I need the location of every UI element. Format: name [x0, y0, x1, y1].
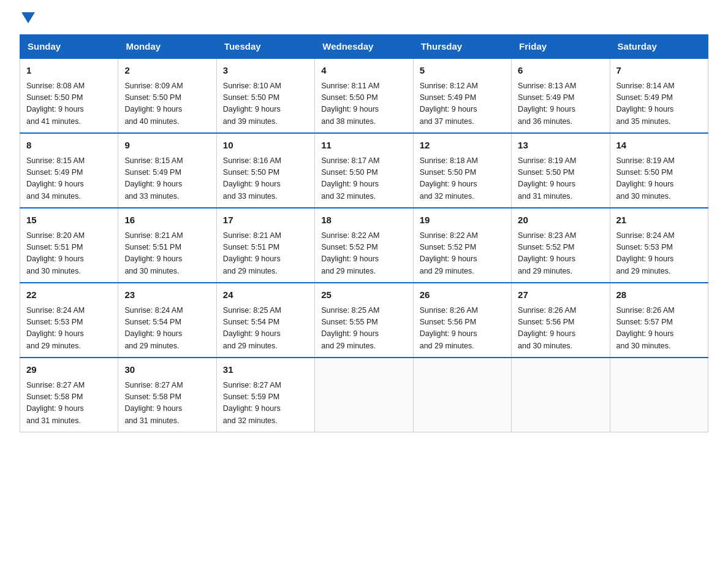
calendar-cell: 20Sunrise: 8:23 AMSunset: 5:52 PMDayligh…: [512, 208, 610, 283]
day-info: Sunrise: 8:20 AMSunset: 5:51 PMDaylight:…: [26, 230, 112, 278]
day-info: Sunrise: 8:23 AMSunset: 5:52 PMDaylight:…: [518, 230, 603, 278]
day-info: Sunrise: 8:26 AMSunset: 5:56 PMDaylight:…: [518, 305, 603, 353]
day-number: 9: [124, 139, 210, 153]
calendar-cell: 1Sunrise: 8:08 AMSunset: 5:50 PMDaylight…: [20, 58, 118, 133]
calendar-cell: 17Sunrise: 8:21 AMSunset: 5:51 PMDayligh…: [216, 208, 314, 283]
calendar-week-row: 1Sunrise: 8:08 AMSunset: 5:50 PMDaylight…: [20, 58, 708, 133]
calendar-cell: 23Sunrise: 8:24 AMSunset: 5:54 PMDayligh…: [118, 283, 216, 358]
calendar-cell: 9Sunrise: 8:15 AMSunset: 5:49 PMDaylight…: [118, 133, 216, 208]
calendar-cell: 14Sunrise: 8:19 AMSunset: 5:50 PMDayligh…: [610, 133, 708, 208]
day-number: 14: [616, 139, 702, 153]
calendar-week-row: 15Sunrise: 8:20 AMSunset: 5:51 PMDayligh…: [20, 208, 708, 283]
day-info: Sunrise: 8:19 AMSunset: 5:50 PMDaylight:…: [616, 155, 702, 203]
calendar-cell: [413, 358, 511, 432]
day-info: Sunrise: 8:24 AMSunset: 5:54 PMDaylight:…: [124, 305, 210, 353]
day-number: 27: [518, 288, 603, 302]
weekday-header: Thursday: [413, 35, 511, 59]
day-number: 26: [420, 288, 505, 302]
weekday-header: Tuesday: [216, 35, 314, 59]
day-number: 29: [26, 363, 112, 377]
calendar-cell: [315, 358, 413, 432]
calendar-cell: [512, 358, 610, 432]
logo: [20, 15, 35, 22]
calendar-week-row: 8Sunrise: 8:15 AMSunset: 5:49 PMDaylight…: [20, 133, 708, 208]
day-number: 12: [420, 139, 505, 153]
calendar-cell: 4Sunrise: 8:11 AMSunset: 5:50 PMDaylight…: [315, 58, 413, 133]
day-info: Sunrise: 8:22 AMSunset: 5:52 PMDaylight:…: [321, 230, 406, 278]
day-info: Sunrise: 8:19 AMSunset: 5:50 PMDaylight:…: [518, 155, 603, 203]
day-info: Sunrise: 8:27 AMSunset: 5:59 PMDaylight:…: [223, 380, 308, 427]
weekday-header: Saturday: [610, 35, 708, 59]
day-number: 7: [616, 64, 702, 78]
day-number: 1: [26, 64, 112, 78]
day-info: Sunrise: 8:26 AMSunset: 5:56 PMDaylight:…: [420, 305, 505, 353]
day-info: Sunrise: 8:11 AMSunset: 5:50 PMDaylight:…: [321, 80, 406, 128]
day-info: Sunrise: 8:25 AMSunset: 5:55 PMDaylight:…: [321, 305, 406, 353]
day-info: Sunrise: 8:13 AMSunset: 5:49 PMDaylight:…: [518, 80, 603, 128]
day-info: Sunrise: 8:24 AMSunset: 5:53 PMDaylight:…: [616, 230, 702, 278]
day-info: Sunrise: 8:26 AMSunset: 5:57 PMDaylight:…: [616, 305, 702, 353]
calendar-cell: 13Sunrise: 8:19 AMSunset: 5:50 PMDayligh…: [512, 133, 610, 208]
weekday-header: Wednesday: [315, 35, 413, 59]
day-number: 23: [124, 288, 210, 302]
calendar-cell: 27Sunrise: 8:26 AMSunset: 5:56 PMDayligh…: [512, 283, 610, 358]
calendar-cell: 19Sunrise: 8:22 AMSunset: 5:52 PMDayligh…: [413, 208, 511, 283]
calendar-week-row: 22Sunrise: 8:24 AMSunset: 5:53 PMDayligh…: [20, 283, 708, 358]
calendar-week-row: 29Sunrise: 8:27 AMSunset: 5:58 PMDayligh…: [20, 358, 708, 432]
day-info: Sunrise: 8:15 AMSunset: 5:49 PMDaylight:…: [124, 155, 210, 203]
day-number: 4: [321, 64, 406, 78]
weekday-header: Friday: [512, 35, 610, 59]
day-number: 22: [26, 288, 112, 302]
day-number: 28: [616, 288, 702, 302]
day-number: 31: [223, 363, 308, 377]
calendar-cell: 2Sunrise: 8:09 AMSunset: 5:50 PMDaylight…: [118, 58, 216, 133]
calendar-cell: 16Sunrise: 8:21 AMSunset: 5:51 PMDayligh…: [118, 208, 216, 283]
calendar-cell: 11Sunrise: 8:17 AMSunset: 5:50 PMDayligh…: [315, 133, 413, 208]
day-number: 13: [518, 139, 603, 153]
day-info: Sunrise: 8:15 AMSunset: 5:49 PMDaylight:…: [26, 155, 112, 203]
calendar-cell: 12Sunrise: 8:18 AMSunset: 5:50 PMDayligh…: [413, 133, 511, 208]
day-info: Sunrise: 8:09 AMSunset: 5:50 PMDaylight:…: [124, 80, 210, 128]
day-number: 25: [321, 288, 406, 302]
day-number: 30: [124, 363, 210, 377]
weekday-header: Sunday: [20, 35, 118, 59]
day-info: Sunrise: 8:12 AMSunset: 5:49 PMDaylight:…: [420, 80, 505, 128]
calendar-cell: 22Sunrise: 8:24 AMSunset: 5:53 PMDayligh…: [20, 283, 118, 358]
calendar-cell: 7Sunrise: 8:14 AMSunset: 5:49 PMDaylight…: [610, 58, 708, 133]
day-number: 8: [26, 139, 112, 153]
calendar-cell: 3Sunrise: 8:10 AMSunset: 5:50 PMDaylight…: [216, 58, 314, 133]
day-number: 5: [420, 64, 505, 78]
day-number: 16: [124, 213, 210, 228]
calendar-cell: 28Sunrise: 8:26 AMSunset: 5:57 PMDayligh…: [610, 283, 708, 358]
calendar-cell: 24Sunrise: 8:25 AMSunset: 5:54 PMDayligh…: [216, 283, 314, 358]
calendar-cell: 25Sunrise: 8:25 AMSunset: 5:55 PMDayligh…: [315, 283, 413, 358]
day-info: Sunrise: 8:18 AMSunset: 5:50 PMDaylight:…: [420, 155, 505, 203]
calendar-cell: 31Sunrise: 8:27 AMSunset: 5:59 PMDayligh…: [216, 358, 314, 432]
day-number: 24: [223, 288, 308, 302]
calendar-cell: 8Sunrise: 8:15 AMSunset: 5:49 PMDaylight…: [20, 133, 118, 208]
day-info: Sunrise: 8:08 AMSunset: 5:50 PMDaylight:…: [26, 80, 112, 128]
calendar-cell: 30Sunrise: 8:27 AMSunset: 5:58 PMDayligh…: [118, 358, 216, 432]
day-info: Sunrise: 8:25 AMSunset: 5:54 PMDaylight:…: [223, 305, 308, 353]
day-number: 18: [321, 213, 406, 228]
day-info: Sunrise: 8:14 AMSunset: 5:49 PMDaylight:…: [616, 80, 702, 128]
day-info: Sunrise: 8:21 AMSunset: 5:51 PMDaylight:…: [223, 230, 308, 278]
day-info: Sunrise: 8:27 AMSunset: 5:58 PMDaylight:…: [124, 380, 210, 427]
day-info: Sunrise: 8:27 AMSunset: 5:58 PMDaylight:…: [26, 380, 112, 427]
day-info: Sunrise: 8:24 AMSunset: 5:53 PMDaylight:…: [26, 305, 112, 353]
day-number: 19: [420, 213, 505, 228]
day-number: 3: [223, 64, 308, 78]
calendar-cell: 6Sunrise: 8:13 AMSunset: 5:49 PMDaylight…: [512, 58, 610, 133]
calendar-table: SundayMondayTuesdayWednesdayThursdayFrid…: [20, 34, 708, 432]
calendar-cell: 5Sunrise: 8:12 AMSunset: 5:49 PMDaylight…: [413, 58, 511, 133]
day-info: Sunrise: 8:22 AMSunset: 5:52 PMDaylight:…: [420, 230, 505, 278]
calendar-cell: 15Sunrise: 8:20 AMSunset: 5:51 PMDayligh…: [20, 208, 118, 283]
day-number: 21: [616, 213, 702, 228]
calendar-header-row: SundayMondayTuesdayWednesdayThursdayFrid…: [20, 35, 708, 59]
weekday-header: Monday: [118, 35, 216, 59]
day-number: 6: [518, 64, 603, 78]
logo-triangle-icon: [21, 12, 35, 23]
calendar-cell: 29Sunrise: 8:27 AMSunset: 5:58 PMDayligh…: [20, 358, 118, 432]
svg-marker-0: [21, 12, 35, 23]
day-number: 17: [223, 213, 308, 228]
